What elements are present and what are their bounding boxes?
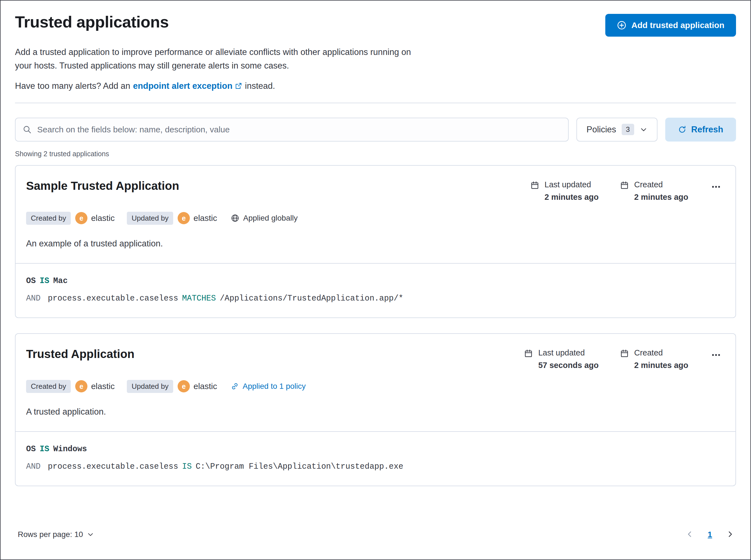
applied-to-policy-link[interactable]: Applied to 1 policy xyxy=(231,382,305,391)
refresh-icon xyxy=(678,125,686,134)
page-title: Trusted applications xyxy=(15,12,169,32)
created-by-user: elastic xyxy=(91,214,115,223)
scope-label: Applied to 1 policy xyxy=(242,382,305,391)
criteria-entry-line: ANDprocess.executable.caselessISC:\Progr… xyxy=(26,462,722,471)
avatar: e xyxy=(75,212,87,224)
card-actions-menu-button[interactable] xyxy=(710,181,722,194)
card-header: Sample Trusted Application Last updated xyxy=(26,179,722,202)
os-value: Mac xyxy=(53,276,68,285)
card-actions-menu-button[interactable] xyxy=(710,349,722,362)
boxes-horizontal-icon xyxy=(712,182,720,191)
last-updated-label: Last updated xyxy=(538,348,599,357)
page-description: Add a trusted application to improve per… xyxy=(15,45,736,73)
created-by-badge: Created by xyxy=(26,380,71,393)
page-header: Trusted applications Add trusted applica… xyxy=(15,12,736,37)
chevron-down-icon xyxy=(640,126,648,134)
add-trusted-application-button[interactable]: Add trusted application xyxy=(605,14,736,37)
results-summary: Showing 2 trusted applications xyxy=(15,150,736,158)
rows-per-page-button[interactable]: Rows per page: 10 xyxy=(15,527,97,542)
card-criteria: OSISMac ANDprocess.executable.caselessMA… xyxy=(16,263,735,318)
updated-by-badge: Updated by xyxy=(127,212,173,225)
card-title: Trusted Application xyxy=(26,347,134,361)
alerts-hint: Have too many alerts? Add anendpoint ale… xyxy=(15,81,736,91)
entry-value: C:\Program Files\Application\trustedapp.… xyxy=(196,462,403,471)
applied-globally-indicator: Applied globally xyxy=(231,214,297,223)
description-line-1: Add a trusted application to improve per… xyxy=(15,47,411,57)
card-description: A trusted application. xyxy=(26,407,722,417)
card-meta: Last updated 2 minutes ago xyxy=(531,179,722,202)
previous-page-button[interactable] xyxy=(684,528,695,541)
page-number-button[interactable]: 1 xyxy=(705,528,715,541)
entry-value: /Applications/TrustedApplication.app/* xyxy=(220,294,403,303)
avatar: e xyxy=(178,212,190,224)
created-value: 2 minutes ago xyxy=(634,361,688,370)
os-field: OS xyxy=(26,276,36,285)
card-header: Trusted Application Last updated xyxy=(26,347,722,370)
entry-operator: IS xyxy=(182,462,192,471)
scope-label: Applied globally xyxy=(243,214,297,223)
created-meta: Created 2 minutes ago xyxy=(620,180,688,202)
os-value: Windows xyxy=(53,444,87,454)
boxes-horizontal-icon xyxy=(712,351,720,359)
created-by-badge: Created by xyxy=(26,212,71,225)
policies-filter-button[interactable]: Policies 3 xyxy=(576,118,657,142)
calendar-icon xyxy=(531,180,539,202)
endpoint-alert-exception-link[interactable]: endpoint alert exception xyxy=(133,81,242,91)
criteria-os-line: OSISMac xyxy=(26,276,722,285)
search-box xyxy=(15,118,569,142)
criteria-entry-line: ANDprocess.executable.caselessMATCHES/Ap… xyxy=(26,294,722,303)
entry-conjunction: AND xyxy=(26,294,41,303)
entry-field: process.executable.caseless xyxy=(48,462,178,471)
avatar: e xyxy=(178,380,190,393)
plus-in-circle-icon xyxy=(617,21,626,30)
created-label: Created xyxy=(634,348,688,357)
link-icon xyxy=(231,382,239,390)
card-description: An example of a trusted application. xyxy=(26,239,722,248)
updated-by-user: elastic xyxy=(194,214,217,223)
next-page-button[interactable] xyxy=(724,528,736,541)
policies-count-badge: 3 xyxy=(622,124,634,135)
search-input[interactable] xyxy=(37,125,561,134)
calendar-icon xyxy=(524,348,533,370)
last-updated-value: 57 seconds ago xyxy=(538,361,599,370)
globe-icon xyxy=(231,214,239,222)
created-meta: Created 2 minutes ago xyxy=(620,348,688,370)
os-field: OS xyxy=(26,444,36,454)
entry-conjunction: AND xyxy=(26,462,41,471)
calendar-icon xyxy=(620,180,629,202)
trusted-application-card: Sample Trusted Application Last updated xyxy=(15,165,736,318)
entry-operator: MATCHES xyxy=(182,294,216,303)
created-value: 2 minutes ago xyxy=(634,193,688,202)
add-button-label: Add trusted application xyxy=(631,21,724,30)
card-badges-row: Created by e elastic Updated by e elasti… xyxy=(26,212,722,225)
card-main: Trusted Application Last updated xyxy=(16,334,735,431)
card-criteria: OSISWindows ANDprocess.executable.casele… xyxy=(16,431,735,486)
avatar: e xyxy=(75,380,87,393)
last-updated-label: Last updated xyxy=(545,180,599,189)
list-footer: Rows per page: 10 1 xyxy=(15,516,736,542)
os-operator: IS xyxy=(40,276,50,285)
toolbar: Policies 3 Refresh xyxy=(15,118,736,142)
chevron-down-icon xyxy=(87,531,94,538)
card-badges-row: Created by e elastic Updated by e elasti… xyxy=(26,380,722,393)
created-by-user: elastic xyxy=(91,382,115,391)
refresh-label: Refresh xyxy=(691,125,723,135)
entry-field: process.executable.caseless xyxy=(48,294,178,303)
rows-per-page-label: Rows per page: 10 xyxy=(18,530,83,539)
chevron-right-icon xyxy=(726,530,734,538)
trusted-applications-list: Sample Trusted Application Last updated xyxy=(15,165,736,486)
calendar-icon xyxy=(620,348,629,370)
created-label: Created xyxy=(634,180,688,189)
card-main: Sample Trusted Application Last updated xyxy=(16,166,735,263)
description-line-2: your hosts. Trusted applications may sti… xyxy=(15,61,289,71)
refresh-button[interactable]: Refresh xyxy=(665,118,736,142)
criteria-os-line: OSISWindows xyxy=(26,444,722,454)
alerts-hint-after: instead. xyxy=(245,81,275,91)
alerts-link-label: endpoint alert exception xyxy=(133,81,232,91)
alerts-hint-before: Have too many alerts? Add an xyxy=(15,81,130,91)
pagination: 1 xyxy=(684,528,736,541)
updated-by-user: elastic xyxy=(194,382,217,391)
last-updated-value: 2 minutes ago xyxy=(545,193,599,202)
header-divider xyxy=(15,103,736,103)
external-link-icon xyxy=(235,82,242,89)
